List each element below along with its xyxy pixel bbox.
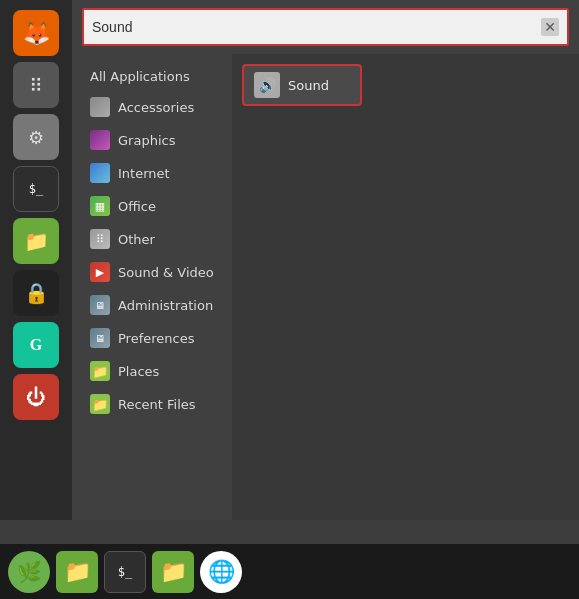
sidebar: 🦊 ⠿ ⚙ $_ 📁 🔒 G ⏻ [0,0,72,520]
sidebar-icon-apps[interactable]: ⠿ [13,62,59,108]
taskbar: 🌿 📁 $_ 📁 🌐 [0,544,579,599]
category-recentfiles[interactable]: 📁 Recent Files [76,388,228,420]
category-preferences-label: Preferences [118,331,194,346]
search-bar: ✕ [82,8,569,46]
sidebar-icon-terminal[interactable]: $_ [13,166,59,212]
category-all-label: All Applications [90,69,190,84]
places-icon: 📁 [90,361,110,381]
sidebar-icon-lock[interactable]: 🔒 [13,270,59,316]
accessories-icon [90,97,110,117]
category-office[interactable]: ▦ Office [76,190,228,222]
preferences-icon: 🖥 [90,328,110,348]
category-places[interactable]: 📁 Places [76,355,228,387]
category-internet[interactable]: Internet [76,157,228,189]
taskbar-files2[interactable]: 📁 [152,551,194,593]
sound-app-icon: 🔊 [254,72,280,98]
administration-icon: 🖥 [90,295,110,315]
soundvideo-icon: ▶ [90,262,110,282]
taskbar-mint[interactable]: 🌿 [8,551,50,593]
category-list: All Applications Accessories Graphics In… [72,54,232,520]
sidebar-icon-settings[interactable]: ⚙ [13,114,59,160]
content-area: All Applications Accessories Graphics In… [72,54,579,520]
sidebar-icon-files[interactable]: 📁 [13,218,59,264]
sidebar-icon-power[interactable]: ⏻ [13,374,59,420]
category-places-label: Places [118,364,159,379]
category-soundvideo-label: Sound & Video [118,265,214,280]
category-graphics-label: Graphics [118,133,175,148]
search-clear-button[interactable]: ✕ [541,18,559,36]
sound-app-label: Sound [288,78,329,93]
category-accessories-label: Accessories [118,100,194,115]
category-preferences[interactable]: 🖥 Preferences [76,322,228,354]
category-recentfiles-label: Recent Files [118,397,196,412]
category-administration[interactable]: 🖥 Administration [76,289,228,321]
internet-icon [90,163,110,183]
category-soundvideo[interactable]: ▶ Sound & Video [76,256,228,288]
recentfiles-icon: 📁 [90,394,110,414]
taskbar-terminal[interactable]: $_ [104,551,146,593]
category-internet-label: Internet [118,166,170,181]
category-office-label: Office [118,199,156,214]
taskbar-files[interactable]: 📁 [56,551,98,593]
menu-panel: ✕ All Applications Accessories Graphics … [72,0,579,520]
taskbar-chrome[interactable]: 🌐 [200,551,242,593]
office-icon: ▦ [90,196,110,216]
category-other-label: Other [118,232,155,247]
sidebar-icon-grammarly[interactable]: G [13,322,59,368]
category-other[interactable]: ⠿ Other [76,223,228,255]
category-graphics[interactable]: Graphics [76,124,228,156]
apps-area: 🔊 Sound [232,54,579,520]
category-administration-label: Administration [118,298,213,313]
sound-app-result[interactable]: 🔊 Sound [242,64,362,106]
category-accessories[interactable]: Accessories [76,91,228,123]
other-icon: ⠿ [90,229,110,249]
sidebar-icon-firefox[interactable]: 🦊 [13,10,59,56]
search-input[interactable] [92,19,541,35]
graphics-icon [90,130,110,150]
category-all[interactable]: All Applications [76,63,228,90]
